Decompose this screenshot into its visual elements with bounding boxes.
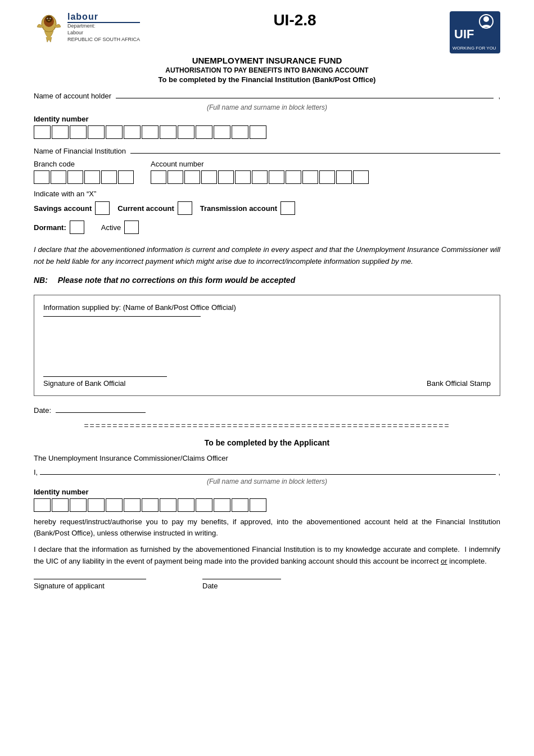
acc-cell-9[interactable] [286, 170, 301, 184]
acc-cell-6[interactable] [235, 170, 251, 184]
financial-institution-label: Name of Financial Institution [34, 147, 126, 155]
b-id-cell-12[interactable] [232, 498, 248, 512]
instruction: To be completed by the Financial Institu… [34, 75, 500, 84]
branch-grid [34, 170, 134, 184]
account-holder-note: (Full name and surname in block letters) [34, 104, 500, 111]
identity-label-bottom-section: Identity number [34, 488, 500, 496]
acc-cell-11[interactable] [319, 170, 335, 184]
id-grid-bottom [34, 498, 500, 512]
dormant-checkbox[interactable] [70, 220, 84, 234]
branch-cell-6[interactable] [118, 170, 134, 184]
id-cell-2[interactable] [52, 125, 69, 139]
branch-cell-5[interactable] [101, 170, 117, 184]
active-checkbox[interactable] [124, 220, 139, 234]
eagle-icon [34, 11, 64, 44]
acc-cell-7[interactable] [252, 170, 268, 184]
date-label: Date: [34, 406, 51, 415]
b-id-cell-4[interactable] [88, 498, 105, 512]
id-cell-9[interactable] [178, 125, 194, 139]
b-id-cell-5[interactable] [106, 498, 123, 512]
applicant-sig-item: Signature of applicant [34, 579, 146, 590]
account-number-section: Account number [151, 160, 500, 184]
applicant-date-line [202, 579, 281, 579]
account-holder-label: Name of account holder [34, 92, 111, 100]
signature-line [43, 376, 167, 377]
financial-institution-line [130, 145, 500, 154]
financial-institution-row: Name of Financial Institution [34, 145, 500, 155]
comma: , [498, 92, 500, 100]
dept-label3: REPUBLIC OF SOUTH AFRICA [67, 37, 140, 43]
b-id-cell-10[interactable] [196, 498, 212, 512]
b-id-cell-2[interactable] [52, 498, 69, 512]
savings-account-checkbox[interactable] [95, 201, 110, 215]
id-cell-12[interactable] [232, 125, 248, 139]
branch-cell-2[interactable] [51, 170, 66, 184]
branch-section: Branch code [34, 160, 134, 184]
b-id-cell-8[interactable] [160, 498, 177, 512]
logo-left: labour Department: Labour REPUBLIC OF SO… [34, 11, 140, 44]
account-holder-row: Name of account holder , [34, 89, 500, 100]
applicant-date-label: Date [202, 582, 281, 590]
i-label: I, [34, 468, 38, 476]
labour-label: labour [67, 12, 140, 23]
acc-cell-1[interactable] [151, 170, 166, 184]
id-cell-6[interactable] [124, 125, 141, 139]
bank-box-name-line [43, 316, 201, 317]
b-id-cell-13[interactable] [250, 498, 266, 512]
svg-point-6 [50, 19, 51, 19]
dormant-label: Dormant: [34, 223, 66, 232]
acc-cell-4[interactable] [201, 170, 217, 184]
id-cell-7[interactable] [142, 125, 159, 139]
uif-logo-section: UIF WORKING FOR YOU [450, 11, 500, 53]
acc-cell-10[interactable] [302, 170, 318, 184]
date-input-line [56, 404, 146, 413]
b-id-cell-1[interactable] [34, 498, 51, 512]
svg-text:UIF: UIF [454, 27, 474, 41]
declaration-section: I declare that the abovementioned inform… [34, 244, 500, 268]
acc-cell-8[interactable] [269, 170, 284, 184]
declaration-text: I declare that the abovementioned inform… [34, 244, 500, 268]
authorise-text: hereby request/instruct/authorise you to… [34, 516, 500, 540]
stamp-label: Bank Official Stamp [427, 379, 491, 388]
id-cell-13[interactable] [250, 125, 266, 139]
b-id-cell-7[interactable] [142, 498, 159, 512]
transmission-account-checkbox[interactable] [280, 201, 295, 215]
info-label: Information supplied by: (Name of Bank/P… [43, 303, 236, 312]
account-type-row: Savings account Current account Transmis… [34, 201, 500, 215]
dept-label2: Labour [67, 30, 140, 37]
nb-section: NB: Please note that no corrections on t… [34, 276, 500, 285]
b-id-cell-11[interactable] [214, 498, 230, 512]
b-id-cell-3[interactable] [70, 498, 87, 512]
id-cell-1[interactable] [34, 125, 51, 139]
acc-cell-12[interactable] [336, 170, 352, 184]
id-cell-11[interactable] [214, 125, 230, 139]
branch-cell-4[interactable] [84, 170, 100, 184]
b-id-cell-6[interactable] [124, 498, 141, 512]
i-row: I, , [34, 466, 500, 476]
acc-cell-3[interactable] [184, 170, 200, 184]
id-cell-5[interactable] [106, 125, 123, 139]
current-account-checkbox[interactable] [178, 201, 192, 215]
savings-account-item: Savings account [34, 201, 110, 215]
svg-point-5 [47, 19, 48, 19]
applicant-sig-label: Signature of applicant [34, 582, 146, 590]
active-item: Active [101, 220, 139, 234]
full-name-note-applicant: (Full name and surname in block letters) [34, 478, 500, 485]
branch-cell-1[interactable] [34, 170, 49, 184]
applicant-sig-line [34, 579, 146, 579]
transmission-account-label: Transmission account [200, 204, 277, 213]
identity-label-top: Identity number [34, 115, 89, 123]
acc-cell-2[interactable] [168, 170, 183, 184]
id-cell-8[interactable] [160, 125, 177, 139]
id-cell-10[interactable] [196, 125, 212, 139]
acc-cell-13[interactable] [353, 170, 369, 184]
current-account-label: Current account [117, 204, 174, 213]
branch-cell-3[interactable] [67, 170, 83, 184]
b-id-cell-9[interactable] [178, 498, 194, 512]
svg-point-2 [46, 16, 52, 22]
id-cell-3[interactable] [70, 125, 87, 139]
subtitle: AUTHORISATION TO PAY BENEFITS INTO BANKI… [34, 66, 500, 74]
indicate-label: Indicate with an “X” [34, 190, 500, 198]
acc-cell-5[interactable] [218, 170, 234, 184]
id-cell-4[interactable] [88, 125, 105, 139]
